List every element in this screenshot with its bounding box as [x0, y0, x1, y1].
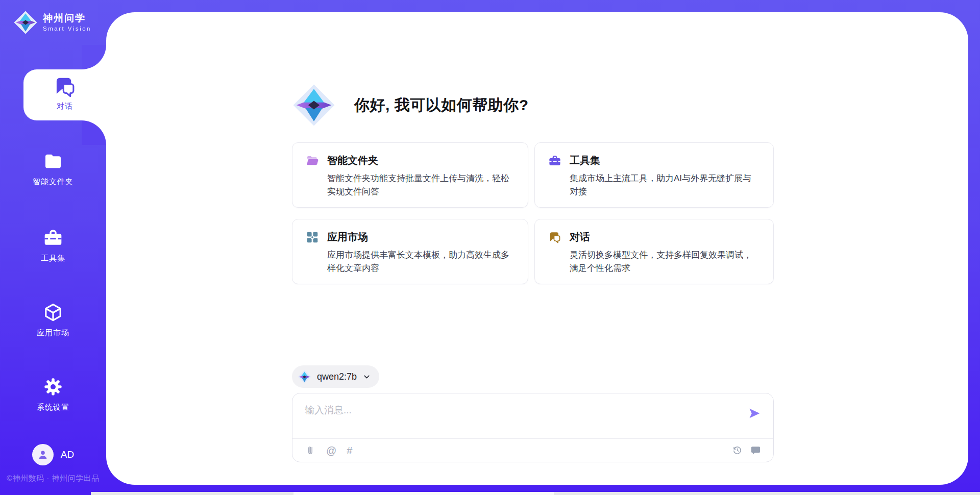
person-icon — [36, 448, 50, 461]
model-selector[interactable]: qwen2:7b — [292, 365, 379, 388]
sidebar-item-label: 智能文件夹 — [0, 177, 106, 187]
sidebar-item-label: 对话 — [23, 102, 106, 111]
tab-curve-bottom — [82, 120, 106, 145]
brand: 神州问学 Smart Vision — [13, 10, 91, 35]
avatar — [32, 444, 54, 465]
gear-icon — [43, 377, 63, 397]
model-name: qwen2:7b — [317, 372, 357, 382]
sidebar-item-label: 系统设置 — [0, 403, 106, 412]
topic-icon[interactable]: # — [347, 445, 352, 456]
brand-name: 神州问学 — [43, 13, 91, 24]
card-toolbox[interactable]: 工具集 集成市场上主流工具，助力AI与外界无缝扩展与对接 — [534, 142, 774, 208]
card-description: 灵活切换多模型文件，支持多样回复效果调试，满足个性化需求 — [570, 249, 760, 275]
horizontal-scrollbar-thumb[interactable] — [293, 492, 554, 495]
card-app-market[interactable]: 应用市场 应用市场提供丰富长文本模板，助力高效生成多样化文章内容 — [292, 219, 528, 284]
composer-toolbar: @ # — [305, 439, 761, 462]
comment-icon[interactable] — [750, 445, 761, 456]
history-restore-icon[interactable] — [732, 445, 743, 456]
message-composer: @ # — [292, 393, 774, 462]
card-title: 工具集 — [570, 154, 600, 167]
chat-bubbles-icon — [53, 75, 77, 98]
copyright-text: ©神州数码 · 神州问学出品 — [7, 474, 99, 483]
card-description: 应用市场提供丰富长文本模板，助力高效生成多样化文章内容 — [327, 249, 514, 275]
mention-icon[interactable]: @ — [326, 445, 336, 456]
card-title: 对话 — [570, 230, 590, 244]
message-input[interactable] — [292, 393, 716, 434]
main-panel: 你好, 我可以如何帮助你? 智能文件夹 智能文件夹功能支持批量文件上传与清洗，轻… — [106, 12, 968, 485]
sidebar-item-app-market[interactable]: 应用市场 — [0, 302, 106, 338]
sidebar-item-label: 工具集 — [0, 254, 106, 263]
cube-icon — [43, 302, 63, 323]
send-arrow-icon — [748, 407, 761, 420]
card-chat[interactable]: 对话 灵活切换多模型文件，支持多样回复效果调试，满足个性化需求 — [534, 219, 774, 284]
card-smart-folder[interactable]: 智能文件夹 智能文件夹功能支持批量文件上传与清洗，轻松实现文件问答 — [292, 142, 528, 208]
card-title: 应用市场 — [327, 230, 368, 244]
sidebar-item-settings[interactable]: 系统设置 — [0, 377, 106, 412]
horizontal-scrollbar — [91, 492, 980, 495]
user-account[interactable]: AD — [0, 444, 106, 465]
paperclip-icon[interactable] — [305, 445, 316, 456]
model-diamond-logo-icon — [298, 370, 311, 384]
greeting-title: 你好, 我可以如何帮助你? — [354, 95, 529, 116]
chevron-down-icon — [362, 373, 371, 381]
sidebar-item-label: 应用市场 — [0, 328, 106, 338]
toolbox-icon — [548, 154, 561, 167]
folder-icon — [43, 151, 63, 171]
user-name: AD — [61, 449, 74, 460]
toolbox-icon — [43, 228, 63, 248]
brand-diamond-logo-icon — [13, 10, 38, 35]
send-button[interactable] — [748, 407, 761, 420]
greeting-block: 你好, 我可以如何帮助你? — [292, 83, 529, 127]
tab-curve-top — [82, 45, 106, 69]
brand-subtitle: Smart Vision — [43, 26, 91, 32]
card-description: 集成市场上主流工具，助力AI与外界无缝扩展与对接 — [570, 172, 760, 198]
card-description: 智能文件夹功能支持批量文件上传与清洗，轻松实现文件问答 — [327, 172, 514, 198]
sidebar-item-smart-folder[interactable]: 智能文件夹 — [0, 151, 106, 187]
sidebar: 神州问学 Smart Vision 对话 智能文件夹 — [0, 0, 106, 495]
open-folder-icon — [306, 154, 319, 167]
sidebar-item-chat[interactable]: 对话 — [23, 69, 106, 120]
feature-cards: 智能文件夹 智能文件夹功能支持批量文件上传与清洗，轻松实现文件问答 工具集 集成… — [292, 142, 774, 284]
card-title: 智能文件夹 — [327, 154, 378, 167]
app-grid-icon — [306, 231, 319, 244]
chat-bubbles-icon — [548, 231, 561, 244]
sidebar-item-toolbox[interactable]: 工具集 — [0, 228, 106, 263]
assistant-diamond-logo-icon — [292, 83, 336, 127]
